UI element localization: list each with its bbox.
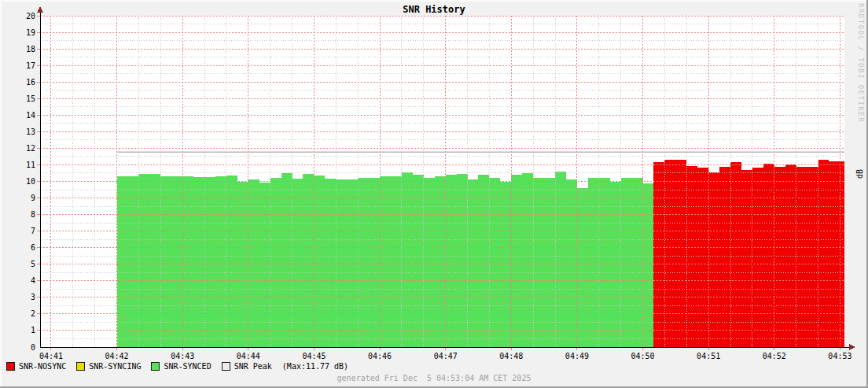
svg-text:04:53: 04:53: [828, 352, 851, 360]
svg-text:04:46: 04:46: [368, 352, 392, 360]
y-axis-unit-label: dB: [855, 169, 864, 179]
legend-swatch-snr-syncing: [76, 362, 85, 371]
y-tick-labels: 01234567891011121314151617181920: [26, 12, 35, 352]
svg-text:8: 8: [31, 210, 35, 219]
svg-text:20: 20: [26, 12, 35, 20]
x-axis-arrow: [849, 344, 855, 350]
snr-history-chart: 0123456789101112131415161718192004:4104:…: [0, 0, 868, 388]
svg-text:04:50: 04:50: [631, 352, 654, 360]
svg-text:6: 6: [31, 243, 35, 252]
svg-text:13: 13: [26, 127, 35, 136]
legend-swatch-snr-synced: [151, 362, 160, 371]
x-tick-labels: 04:4104:4204:4304:4404:4504:4604:4704:48…: [39, 352, 852, 360]
svg-text:12: 12: [26, 144, 35, 153]
svg-text:15: 15: [26, 94, 35, 103]
svg-text:18: 18: [26, 45, 35, 54]
y-axis-arrow: [37, 6, 43, 13]
svg-text:10: 10: [26, 177, 35, 186]
svg-text:17: 17: [26, 61, 35, 70]
rrdtool-watermark: RRDTOOL / TOBI OETIKER: [857, 3, 865, 123]
svg-text:04:49: 04:49: [565, 352, 589, 360]
legend: SNR-NOSYNC SNR-SYNCING SNR-SYNCED SNR Pe…: [6, 362, 348, 371]
svg-text:2: 2: [31, 309, 35, 318]
legend-swatch-snr-peak: [222, 362, 230, 371]
svg-text:04:51: 04:51: [697, 352, 720, 360]
svg-text:04:48: 04:48: [499, 352, 523, 360]
svg-text:7: 7: [31, 227, 35, 235]
svg-text:1: 1: [31, 326, 35, 334]
legend-label-snr-synced: SNR-SYNCED: [164, 362, 211, 371]
svg-text:0: 0: [31, 343, 35, 352]
svg-text:14: 14: [26, 111, 35, 120]
legend-label-snr-nosync: SNR-NOSYNC: [19, 362, 66, 371]
svg-text:04:45: 04:45: [302, 352, 326, 360]
legend-item-snr-peak: SNR Peak: [222, 362, 272, 371]
svg-text:04:52: 04:52: [763, 352, 786, 360]
legend-label-snr-syncing: SNR-SYNCING: [89, 362, 141, 371]
legend-item-snr-nosync: SNR-NOSYNC: [6, 362, 66, 371]
svg-text:04:42: 04:42: [105, 352, 129, 360]
svg-text:04:44: 04:44: [237, 352, 260, 360]
svg-text:4: 4: [31, 276, 35, 285]
legend-item-snr-syncing: SNR-SYNCING: [76, 362, 141, 371]
svg-text:5: 5: [31, 260, 35, 268]
legend-swatch-snr-nosync: [6, 362, 15, 371]
svg-text:3: 3: [31, 293, 35, 301]
rrdtool-graph: SNR History 0123456789101112131415161718…: [0, 0, 868, 388]
series-snr-nosync: [653, 160, 844, 347]
svg-text:04:47: 04:47: [434, 352, 458, 360]
svg-text:9: 9: [31, 194, 35, 202]
generated-timestamp: generated Fri Dec 5 04:53:04 AM CET 2025: [0, 374, 868, 382]
legend-item-snr-synced: SNR-SYNCED: [151, 362, 211, 371]
svg-text:11: 11: [26, 161, 35, 169]
svg-text:16: 16: [26, 78, 35, 87]
legend-label-snr-peak: SNR Peak: [234, 362, 272, 371]
svg-text:04:43: 04:43: [171, 352, 194, 360]
legend-max-annotation: (Max:11.77 dB): [282, 362, 348, 371]
svg-text:19: 19: [26, 28, 35, 37]
svg-text:04:41: 04:41: [39, 352, 63, 360]
